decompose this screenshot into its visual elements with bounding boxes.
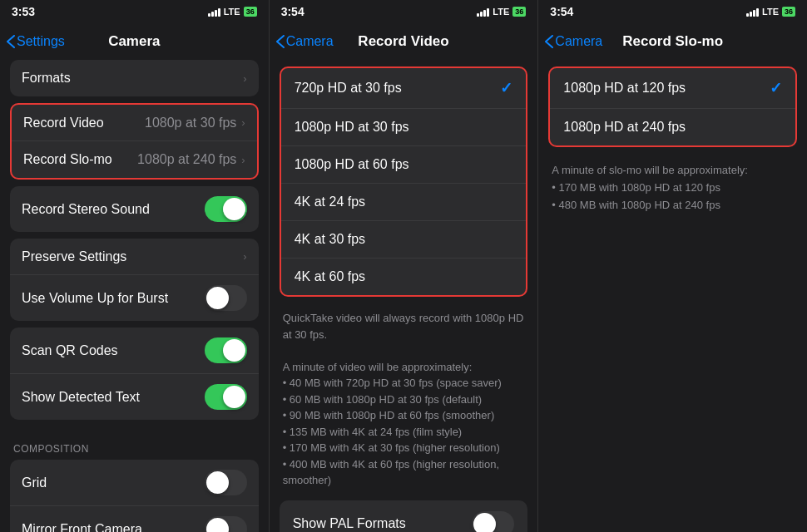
- panel-camera-settings: 3:53 LTE 36 Settings Camera Formats: [0, 0, 270, 532]
- video-option-4k30-label: 4K at 30 fps: [295, 232, 365, 247]
- stereo-sound-label: Record Stereo Sound: [22, 202, 150, 217]
- nav-title-3: Record Slo-mo: [622, 33, 723, 50]
- status-time-3: 3:54: [550, 5, 573, 18]
- qr-text-group: Scan QR Codes Show Detected Text: [10, 328, 259, 420]
- grid-thumb: [206, 471, 229, 494]
- record-slomo-chevron: ›: [241, 154, 245, 166]
- stereo-sound-toggle[interactable]: [205, 196, 247, 222]
- video-option-1080p60-label: 1080p HD at 60 fps: [295, 157, 409, 172]
- back-button-3[interactable]: Camera: [545, 34, 602, 49]
- back-button-2[interactable]: Camera: [276, 34, 334, 49]
- record-slomo-value: 1080p at 240 fps ›: [137, 152, 245, 167]
- status-time-1: 3:53: [12, 5, 35, 18]
- formats-row[interactable]: Formats ›: [10, 60, 259, 96]
- video-option-4k24-label: 4K at 24 fps: [295, 195, 365, 209]
- scan-qr-toggle[interactable]: [205, 337, 247, 363]
- video-option-4k24[interactable]: 4K at 24 fps: [281, 184, 527, 221]
- lte-label-1: LTE: [224, 7, 240, 17]
- slomo-option-240fps[interactable]: 1080p HD at 240 fps: [550, 109, 795, 145]
- back-button-1[interactable]: Settings: [7, 34, 65, 49]
- formats-chevron: ›: [243, 72, 246, 85]
- pal-toggle-row: Show PAL Formats: [280, 500, 528, 533]
- stereo-sound-group: Record Stereo Sound: [10, 186, 259, 232]
- composition-group: Grid Mirror Front Camera: [10, 460, 259, 532]
- battery-badge-2: 36: [512, 7, 526, 17]
- slomo-info-text: A minute of slo-mo will be approximately…: [538, 154, 807, 222]
- record-slomo-row[interactable]: Record Slo-mo 1080p at 240 fps ›: [12, 141, 257, 178]
- composition-header: COMPOSITION: [0, 426, 269, 460]
- battery-badge-3: 36: [782, 7, 795, 17]
- status-bar-2: 3:54 LTE 36: [270, 0, 538, 23]
- status-icons-1: LTE 36: [208, 7, 257, 17]
- back-label-3: Camera: [555, 34, 602, 49]
- record-slomo-label: Record Slo-mo: [23, 152, 112, 167]
- pal-toggle-label: Show PAL Formats: [293, 516, 406, 531]
- slomo-options-list: 1080p HD at 120 fps ✓ 1080p HD at 240 fp…: [538, 60, 807, 532]
- video-option-720p[interactable]: 720p HD at 30 fps ✓: [281, 68, 527, 109]
- lte-label-2: LTE: [493, 7, 509, 17]
- formats-group: Formats ›: [10, 60, 259, 96]
- status-icons-3: LTE 36: [746, 7, 795, 17]
- formats-label: Formats: [22, 71, 71, 86]
- settings-list-1: Formats › Record Video 1080p at 30 fps ›…: [0, 60, 269, 532]
- record-video-label: Record Video: [23, 116, 104, 131]
- detected-text-toggle[interactable]: [205, 384, 247, 410]
- video-options-group: 720p HD at 30 fps ✓ 1080p HD at 30 fps 1…: [280, 66, 528, 297]
- record-video-current: 1080p at 30 fps: [145, 116, 236, 131]
- status-time-2: 3:54: [281, 5, 304, 18]
- grid-toggle[interactable]: [205, 470, 247, 495]
- video-info-text: QuickTake video will always record with …: [270, 303, 538, 500]
- scan-qr-thumb: [223, 339, 245, 362]
- mirror-camera-toggle[interactable]: [205, 516, 247, 532]
- mirror-camera-label: Mirror Front Camera: [22, 522, 142, 533]
- formats-value: ›: [243, 72, 246, 85]
- volume-burst-toggle[interactable]: [205, 285, 247, 311]
- nav-bar-2: Camera Record Video: [270, 23, 538, 60]
- nav-bar-3: Camera Record Slo-mo: [538, 23, 807, 60]
- status-bar-3: 3:54 LTE 36: [538, 0, 807, 23]
- stereo-sound-thumb: [223, 198, 245, 220]
- pal-toggle[interactable]: [472, 511, 514, 533]
- slomo-option-120fps-label: 1080p HD at 120 fps: [563, 81, 686, 96]
- volume-burst-label: Use Volume Up for Burst: [22, 291, 168, 306]
- preserve-group: Preserve Settings › Use Volume Up for Bu…: [10, 239, 259, 321]
- record-video-value: 1080p at 30 fps ›: [145, 116, 245, 131]
- nav-bar-1: Settings Camera: [0, 23, 269, 60]
- nav-title-1: Camera: [108, 33, 160, 50]
- video-option-720p-check: ✓: [500, 79, 512, 97]
- video-option-4k30[interactable]: 4K at 30 fps: [281, 221, 527, 259]
- mirror-camera-row: Mirror Front Camera: [10, 506, 259, 532]
- scan-qr-label: Scan QR Codes: [22, 343, 118, 358]
- record-slomo-current: 1080p at 240 fps: [137, 152, 236, 167]
- detected-text-label: Show Detected Text: [22, 390, 140, 405]
- video-option-1080p30[interactable]: 1080p HD at 30 fps: [281, 109, 527, 146]
- scan-qr-row: Scan QR Codes: [10, 328, 259, 374]
- video-option-1080p60[interactable]: 1080p HD at 60 fps: [281, 146, 527, 184]
- signal-icon-3: [746, 7, 759, 17]
- preserve-settings-label: Preserve Settings: [22, 249, 126, 264]
- detected-text-row: Show Detected Text: [10, 374, 259, 420]
- record-video-group: Record Video 1080p at 30 fps › Record Sl…: [10, 103, 259, 180]
- grid-label: Grid: [22, 475, 47, 490]
- signal-icon-1: [208, 7, 220, 17]
- signal-icon-2: [477, 7, 489, 17]
- preserve-settings-value: ›: [243, 250, 246, 263]
- detected-text-thumb: [223, 386, 245, 408]
- back-label-1: Settings: [17, 34, 65, 49]
- panel-record-slomo: 3:54 LTE 36 Camera Record Slo-mo 1080p H…: [538, 0, 807, 532]
- slomo-option-120fps[interactable]: 1080p HD at 120 fps ✓: [550, 68, 795, 109]
- video-options-list: 720p HD at 30 fps ✓ 1080p HD at 30 fps 1…: [270, 60, 538, 532]
- stereo-sound-row: Record Stereo Sound: [10, 186, 259, 232]
- status-icons-2: LTE 36: [477, 7, 526, 17]
- volume-burst-thumb: [206, 287, 229, 309]
- video-option-720p-label: 720p HD at 30 fps: [295, 81, 402, 96]
- video-option-1080p30-label: 1080p HD at 30 fps: [295, 120, 409, 135]
- record-video-row[interactable]: Record Video 1080p at 30 fps ›: [12, 105, 257, 141]
- preserve-settings-chevron: ›: [243, 250, 246, 263]
- nav-title-2: Record Video: [358, 33, 448, 50]
- lte-label-3: LTE: [762, 7, 779, 17]
- video-option-4k60[interactable]: 4K at 60 fps: [281, 259, 527, 295]
- panel-record-video: 3:54 LTE 36 Camera Record Video 720p HD …: [270, 0, 539, 532]
- preserve-settings-row[interactable]: Preserve Settings ›: [10, 239, 259, 275]
- volume-burst-row: Use Volume Up for Burst: [10, 275, 259, 321]
